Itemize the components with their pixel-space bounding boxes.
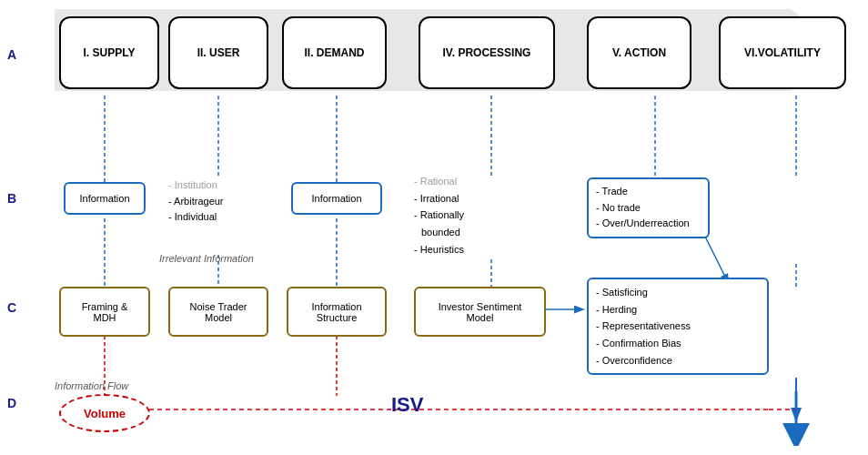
b-users-list: - Institution - Arbitrageur - Individual: [168, 177, 224, 226]
row-label-c: C: [7, 300, 16, 315]
c-satisficing-list: - Satisficing - Herding - Representative…: [587, 278, 769, 375]
isv-label: ISV: [391, 393, 423, 417]
c-info-structure: Information Structure: [287, 287, 387, 337]
row-label-d: D: [7, 396, 16, 410]
top-box-action: V. ACTION: [587, 16, 691, 89]
top-box-supply: I. SUPPLY: [59, 16, 159, 89]
volume-oval: Volume: [59, 394, 150, 432]
b-information-1: Information: [64, 182, 146, 215]
top-box-processing: IV. PROCESSING: [419, 16, 555, 89]
c-investor-sentiment: Investor Sentiment Model: [414, 287, 546, 337]
b-processing-list: - Rational - Irrational - Rationally bou…: [414, 173, 464, 258]
b-action-list: - Trade - No trade - Over/Underreaction: [587, 177, 710, 238]
top-box-user: II. USER: [168, 16, 268, 89]
blue-down-arrow: [782, 391, 810, 446]
top-box-volatility: VI.VOLATILITY: [719, 16, 846, 89]
info-flow-label: Information Flow: [55, 380, 128, 391]
row-label-a: A: [7, 47, 16, 62]
irrelevant-info-label: Irrelevant Information: [159, 253, 254, 264]
top-box-demand: II. DEMAND: [282, 16, 387, 89]
c-framing-mdh: Framing & MDH: [59, 287, 150, 337]
row-label-b: B: [7, 191, 16, 206]
c-noise-trader: Noise Trader Model: [168, 287, 268, 337]
b-information-2: Information: [291, 182, 382, 215]
